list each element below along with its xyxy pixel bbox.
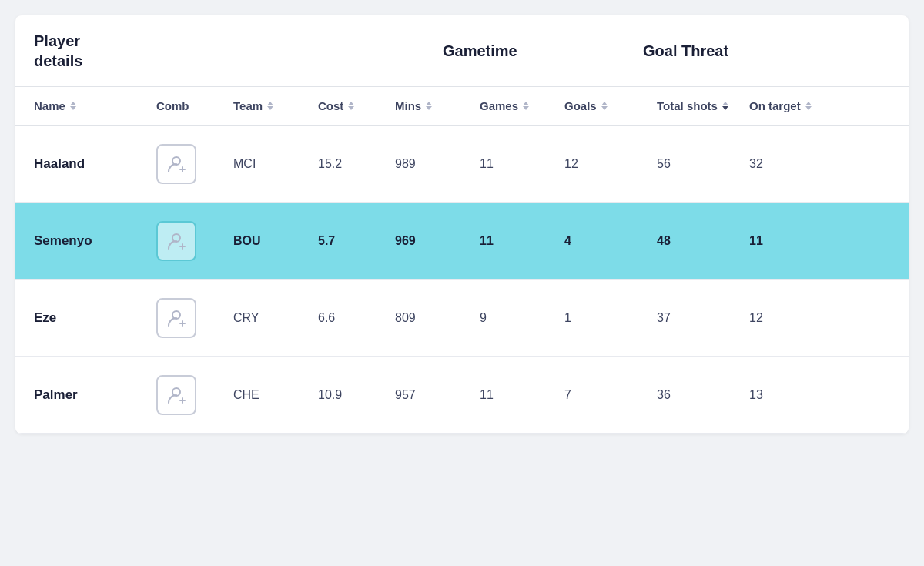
cell-cost-palmer: 10.9: [312, 382, 389, 408]
sort-on-target-icon: [805, 102, 812, 110]
gametime-header: Gametime: [424, 15, 624, 86]
cell-team-palmer: CHE: [227, 382, 312, 408]
cell-team-eze: CRY: [227, 305, 312, 331]
cell-name-eze: Eze: [15, 304, 150, 332]
cell-mins-palmer: 957: [389, 382, 474, 408]
cell-mins-eze: 809: [389, 305, 474, 331]
stats-table: Playerdetails Gametime Goal Threat Name …: [15, 15, 909, 434]
sort-games-icon: [523, 102, 529, 110]
column-headers: Name Comb Team Cost Mins: [15, 87, 909, 126]
goal-threat-header: Goal Threat: [624, 15, 909, 86]
cell-total-shots-eze: 37: [651, 305, 743, 331]
add-player-button-eze[interactable]: [156, 298, 196, 338]
cell-goals-eze: 1: [558, 305, 651, 331]
col-header-name[interactable]: Name: [15, 87, 150, 125]
cell-games-palmer: 11: [474, 382, 558, 408]
section-headers: Playerdetails Gametime Goal Threat: [15, 15, 909, 87]
col-header-games[interactable]: Games: [474, 87, 558, 125]
sort-total-shots-icon: [722, 102, 728, 110]
cell-name-palmer: Palmer: [15, 381, 150, 409]
cell-games-haaland: 11: [474, 151, 558, 177]
player-details-title: Playerdetails: [34, 31, 405, 71]
add-player-button-haaland[interactable]: [156, 144, 196, 184]
cell-goals-palmer: 7: [558, 382, 651, 408]
table-row: Semenyo BOU 5.7 969 11 4 48 11: [15, 203, 909, 280]
cell-games-eze: 9: [474, 305, 558, 331]
cell-comb-eze[interactable]: [150, 292, 227, 344]
cell-comb-palmer[interactable]: [150, 369, 227, 421]
table-row: Palmer CHE 10.9 957 11 7 36 13: [15, 357, 909, 434]
cell-total-shots-haaland: 56: [651, 151, 743, 177]
cell-total-shots-semenyo: 48: [651, 228, 743, 254]
table-row: Haaland MCI 15.2 989 11 12 56 32: [15, 126, 909, 203]
col-header-team[interactable]: Team: [227, 87, 312, 125]
sort-goals-icon: [601, 102, 608, 110]
cell-goals-semenyo: 4: [558, 228, 651, 254]
sort-cost-icon: [348, 102, 354, 110]
goal-threat-title: Goal Threat: [643, 42, 728, 60]
cell-comb-semenyo[interactable]: [150, 215, 227, 267]
cell-goals-haaland: 12: [558, 151, 651, 177]
cell-cost-semenyo: 5.7: [312, 228, 389, 254]
col-header-comb[interactable]: Comb: [150, 87, 227, 125]
cell-name-haaland: Haaland: [15, 150, 150, 178]
cell-team-haaland: MCI: [227, 151, 312, 177]
table-body: Haaland MCI 15.2 989 11 12 56 32 Semenyo: [15, 126, 909, 434]
cell-total-shots-palmer: 36: [651, 382, 743, 408]
col-header-cost[interactable]: Cost: [312, 87, 389, 125]
table-row: Eze CRY 6.6 809 9 1 37 12: [15, 280, 909, 357]
add-player-button-semenyo[interactable]: [156, 221, 196, 261]
col-header-goals[interactable]: Goals: [558, 87, 651, 125]
col-header-mins[interactable]: Mins: [389, 87, 474, 125]
player-details-header: Playerdetails: [15, 15, 424, 86]
cell-mins-haaland: 989: [389, 151, 474, 177]
add-player-button-palmer[interactable]: [156, 375, 196, 415]
cell-name-semenyo: Semenyo: [15, 227, 150, 255]
gametime-title: Gametime: [443, 42, 517, 60]
cell-mins-semenyo: 969: [389, 228, 474, 254]
cell-on-target-semenyo: 11: [743, 228, 835, 254]
col-header-total-shots[interactable]: Total shots: [651, 87, 743, 125]
cell-games-semenyo: 11: [474, 228, 558, 254]
cell-on-target-palmer: 13: [743, 382, 835, 408]
cell-comb-haaland[interactable]: [150, 138, 227, 190]
sort-team-icon: [267, 102, 273, 110]
sort-mins-icon: [426, 102, 432, 110]
cell-cost-eze: 6.6: [312, 305, 389, 331]
cell-cost-haaland: 15.2: [312, 151, 389, 177]
cell-on-target-eze: 12: [743, 305, 835, 331]
cell-team-semenyo: BOU: [227, 228, 312, 254]
col-header-on-target[interactable]: On target: [743, 87, 835, 125]
cell-on-target-haaland: 32: [743, 151, 835, 177]
sort-name-icon: [70, 102, 76, 110]
